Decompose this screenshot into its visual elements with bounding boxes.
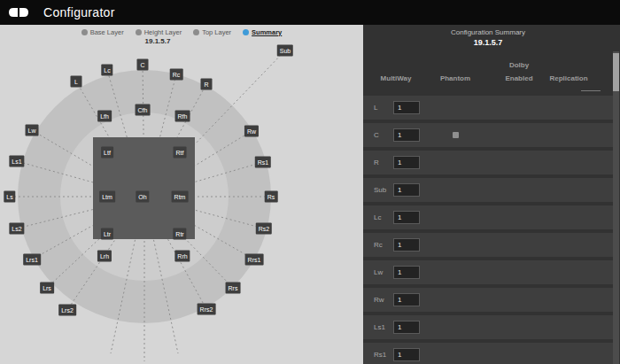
layer-tab-height-layer[interactable]: Height Layer: [136, 28, 182, 36]
speaker-lrs2[interactable]: Lrs2: [58, 305, 76, 316]
row-speaker-label: C: [374, 123, 379, 147]
speaker-rtf[interactable]: Rtf: [174, 147, 187, 159]
configuration-summary-panel: Configuration Summary 19.1.5.7 MultiWay …: [363, 25, 620, 364]
multiway-input[interactable]: [393, 348, 420, 361]
speaker-ltr[interactable]: Ltr: [101, 228, 113, 240]
multiway-input[interactable]: [393, 128, 420, 142]
speaker-rs2[interactable]: Rs2: [256, 223, 272, 235]
row-speaker-label: Lc: [374, 205, 381, 229]
row-speaker-label: Sub: [374, 178, 386, 202]
speaker-rrh[interactable]: Rrh: [174, 251, 190, 262]
column-header-phantom: Phantom: [435, 74, 476, 82]
summary-row-rs1: Rs1: [363, 343, 613, 364]
phantom-checkbox[interactable]: [453, 132, 459, 138]
radio-icon: [243, 29, 249, 35]
speaker-lrs[interactable]: Lrs: [40, 283, 54, 294]
layer-tab-label: Base Layer: [90, 28, 124, 36]
speaker-oh[interactable]: Oh: [136, 191, 149, 203]
speaker-rtm[interactable]: Rtm: [172, 191, 189, 203]
layout-version: 19.1.5.7: [0, 37, 315, 45]
speaker-layout-panel: Base LayerHeight LayerTop LayerSummary 1…: [0, 25, 363, 364]
layer-tab-label: Summary: [252, 28, 282, 36]
summary-version: 19.1.5.7: [363, 38, 613, 47]
speaker-ltf[interactable]: Ltf: [101, 147, 113, 159]
multiway-input[interactable]: [393, 266, 420, 279]
speaker-l[interactable]: L: [71, 76, 82, 88]
layer-tab-label: Top Layer: [202, 28, 231, 36]
column-header-dolby-enabled-line2: Enabled: [499, 74, 539, 82]
summary-row-c: C: [363, 123, 613, 147]
summary-scrollbar[interactable]: [613, 51, 619, 364]
speaker-rfh[interactable]: Rfh: [175, 111, 190, 122]
multiway-input[interactable]: [393, 156, 420, 169]
speaker-rc[interactable]: Rc: [170, 69, 183, 81]
summary-title: Configuration Summary: [363, 28, 613, 36]
layer-tab-summary[interactable]: Summary: [243, 28, 282, 36]
layer-tabs: Base LayerHeight LayerTop LayerSummary: [0, 28, 363, 36]
radio-icon: [193, 29, 199, 35]
column-header-replication: Replication: [544, 74, 593, 82]
column-header-dolby-enabled-line1: Dolby: [499, 61, 539, 69]
row-speaker-label: R: [374, 151, 379, 174]
multiway-input[interactable]: [393, 211, 420, 224]
speaker-rrs1[interactable]: Rrs1: [245, 254, 264, 266]
speaker-c[interactable]: C: [137, 59, 149, 71]
multiway-input[interactable]: [393, 183, 420, 197]
summary-row-lc: Lc: [363, 205, 613, 229]
summary-rows: LCRSubLcRcLwRwLs1Rs1: [363, 96, 613, 364]
row-speaker-label: Rs1: [374, 343, 386, 364]
row-speaker-label: Lw: [374, 260, 383, 284]
radio-icon: [81, 29, 88, 35]
speaker-lrs1[interactable]: Lrs1: [23, 254, 41, 266]
dolby-logo-icon: [8, 7, 29, 18]
summary-row-rw: Rw: [363, 288, 613, 312]
multiway-input[interactable]: [393, 321, 420, 334]
configurator-app: Configurator Base LayerHeight LayerTop L…: [0, 0, 620, 364]
multiway-input[interactable]: [393, 293, 420, 306]
column-header-multiway: MultiWay: [376, 74, 416, 82]
summary-row-lw: Lw: [363, 260, 613, 284]
speaker-lfh[interactable]: Lfh: [97, 111, 112, 122]
speaker-lrh[interactable]: Lrh: [97, 251, 112, 262]
top-bar: Configurator: [0, 0, 620, 25]
speaker-ls[interactable]: Ls: [4, 191, 15, 203]
speaker-ls2[interactable]: Ls2: [9, 223, 24, 235]
multiway-input[interactable]: [393, 238, 420, 252]
speaker-ls1[interactable]: Ls1: [9, 156, 24, 167]
speaker-ltm[interactable]: Ltm: [99, 191, 115, 203]
speaker-r[interactable]: R: [201, 79, 213, 90]
speaker-rrs[interactable]: Rrs: [226, 283, 241, 294]
speaker-rrs2[interactable]: Rrs2: [198, 304, 216, 315]
summary-row-r: R: [363, 151, 613, 174]
summary-row-sub: Sub: [363, 178, 613, 202]
layer-tab-top-layer[interactable]: Top Layer: [193, 28, 231, 36]
scrollbar-thumb[interactable]: [613, 53, 619, 91]
row-speaker-label: Ls1: [374, 315, 385, 339]
speaker-rtr[interactable]: Rtr: [173, 228, 186, 240]
summary-row-ls1: Ls1: [363, 315, 613, 339]
layer-tab-label: Height Layer: [144, 28, 182, 36]
speaker-rs[interactable]: Rs: [265, 191, 278, 203]
row-speaker-label: L: [374, 96, 377, 120]
speaker-lw[interactable]: Lw: [26, 125, 39, 136]
summary-row-l: L: [363, 96, 613, 120]
row-speaker-label: Rw: [374, 288, 384, 312]
radio-icon: [136, 29, 142, 35]
speaker-rw[interactable]: Rw: [244, 126, 259, 137]
summary-row-rc: Rc: [363, 233, 613, 257]
replication-header-dash: [581, 90, 601, 91]
multiway-input[interactable]: [393, 101, 420, 114]
speaker-rs1[interactable]: Rs1: [255, 157, 271, 168]
speaker-cfh[interactable]: Cfh: [136, 105, 151, 116]
layer-tab-base-layer[interactable]: Base Layer: [81, 28, 124, 36]
row-speaker-label: Rc: [374, 233, 383, 257]
app-title: Configurator: [43, 5, 115, 19]
speaker-sub[interactable]: Sub: [277, 45, 293, 57]
speaker-lc[interactable]: Lc: [101, 65, 112, 76]
